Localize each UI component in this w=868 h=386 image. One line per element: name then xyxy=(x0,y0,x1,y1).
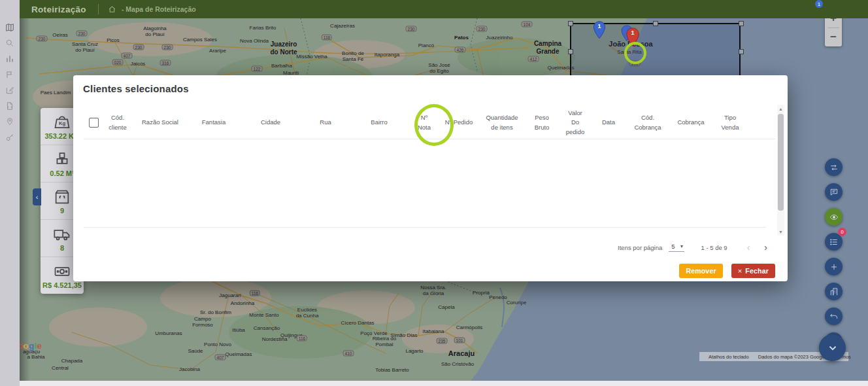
column-header: Data xyxy=(592,118,625,127)
table-header-row: Cód. clienteRazão SocialFantasiaCidadeRu… xyxy=(84,107,767,139)
page-range-label: 1 - 5 de 9 xyxy=(701,244,727,251)
file-icon xyxy=(5,101,14,111)
sidebar-item-key[interactable] xyxy=(0,130,20,145)
scroll-down-icon[interactable]: ▼ xyxy=(778,228,783,236)
selected-clients-dialog: Clientes selecionados Cód. clienteRazão … xyxy=(73,75,788,281)
divider xyxy=(84,227,766,228)
column-header: Bairro xyxy=(349,118,409,127)
collapse-drawer-button[interactable]: ‹ xyxy=(33,188,41,205)
list-badge: 0 xyxy=(838,228,846,236)
selection-handle[interactable] xyxy=(653,21,658,26)
weight-kg-icon: Kg xyxy=(52,113,72,132)
page-bottom-strip xyxy=(20,381,868,386)
eye-icon xyxy=(829,213,839,222)
pin-icon xyxy=(5,117,14,126)
sidebar-item-map[interactable] xyxy=(0,20,20,35)
previous-page-button[interactable]: ‹ xyxy=(747,242,750,253)
fab-plus[interactable] xyxy=(825,258,843,275)
svg-text:Kg: Kg xyxy=(59,120,65,126)
divider xyxy=(84,139,775,139)
selection-handle[interactable] xyxy=(739,21,744,26)
next-page-button[interactable]: › xyxy=(764,242,767,253)
building-icon xyxy=(829,287,839,296)
tools-badge: 1 xyxy=(815,0,823,8)
keyboard-shortcuts-link[interactable]: Atalhos do teclado xyxy=(709,354,749,360)
column-header: Cidade xyxy=(239,118,302,127)
sidebar-item-chart[interactable] xyxy=(0,51,20,67)
expand-actions-button[interactable] xyxy=(819,334,846,361)
top-app-bar: Roteirização - Mapa de Roteirização xyxy=(20,0,868,18)
dialog-title: Clientes selecionados xyxy=(83,83,189,94)
column-header: Valor Do pedido xyxy=(558,109,592,137)
sidebar-item-edit[interactable] xyxy=(0,82,20,98)
scrollbar-thumb[interactable] xyxy=(778,114,784,211)
map-icon xyxy=(5,23,14,32)
close-x-icon: × xyxy=(738,267,743,275)
divider xyxy=(98,4,99,14)
breadcrumb: - Mapa de Roteirização xyxy=(122,5,196,13)
stat-value: 8 xyxy=(60,244,64,252)
selection-handle[interactable] xyxy=(568,21,573,26)
sidebar-item-search[interactable] xyxy=(0,35,20,51)
fab-building[interactable] xyxy=(825,283,843,300)
selection-handle[interactable] xyxy=(568,49,573,54)
clipped-table-row: RIBEIRO xyxy=(139,232,218,236)
sidebar-item-pin[interactable] xyxy=(0,114,20,130)
undo-icon xyxy=(829,312,839,321)
fab-swap-horizontal[interactable] xyxy=(825,158,843,176)
search-icon xyxy=(5,39,14,48)
column-header: Cód. Cobrança xyxy=(625,113,671,132)
stat-value: 9 xyxy=(60,207,64,215)
chevron-down-icon xyxy=(827,342,839,354)
key-icon xyxy=(5,133,14,142)
home-icon[interactable] xyxy=(108,5,116,14)
list-icon xyxy=(829,237,839,247)
column-header: Nº Pedido xyxy=(439,118,478,127)
map-marker-blue[interactable]: 1 xyxy=(593,21,606,39)
column-header: Tipo Venda xyxy=(711,113,749,132)
select-all-checkbox[interactable] xyxy=(84,118,103,128)
items-per-page-label: Itens por página xyxy=(618,244,662,251)
left-icon-sidebar xyxy=(0,0,20,386)
flag-icon xyxy=(5,70,14,79)
map-data-label: Dados do mapa ©2023 Google xyxy=(758,354,826,360)
swap-horizontal-icon xyxy=(829,163,839,172)
items-per-page-select[interactable]: 5▼ xyxy=(669,243,684,252)
chat-icon xyxy=(829,188,839,197)
selection-handle[interactable] xyxy=(739,49,744,54)
drawer-shadow xyxy=(20,18,30,381)
pagination: Itens por página 5▼ 1 - 5 de 9 ‹ › xyxy=(618,240,767,254)
column-header: Cobrança xyxy=(671,118,711,127)
column-header: Peso Bruto xyxy=(526,113,558,132)
column-header: Fantasia xyxy=(188,118,239,127)
plus-icon xyxy=(829,262,839,272)
chart-icon xyxy=(5,54,14,63)
stat-value: R$ 4.521,35 xyxy=(42,281,82,289)
column-header: Quantidade de itens xyxy=(478,113,526,132)
sidebar-item-file[interactable] xyxy=(0,98,20,114)
stat-value: 0.52 M³ xyxy=(50,169,74,177)
column-header: Rua xyxy=(302,118,349,127)
table-scrollbar[interactable]: ▲ ▼ xyxy=(777,105,784,236)
map-marker-red[interactable]: 1 xyxy=(626,27,640,47)
money-icon xyxy=(52,262,72,281)
caret-down-icon: ▼ xyxy=(680,244,684,249)
fab-eye[interactable] xyxy=(825,208,843,226)
cubes-icon xyxy=(52,150,72,169)
sidebar-item-flag[interactable] xyxy=(0,67,20,82)
zoom-out-button[interactable]: − xyxy=(825,28,842,46)
column-header: Razão Social xyxy=(132,118,188,127)
close-button[interactable]: × Fechar xyxy=(731,264,775,278)
edit-icon xyxy=(5,86,14,95)
truck-icon xyxy=(52,225,72,243)
package-icon xyxy=(52,188,72,206)
scroll-up-icon[interactable]: ▲ xyxy=(778,105,783,113)
remove-button[interactable]: Remover xyxy=(679,264,722,278)
column-header: Nº Nota xyxy=(409,113,439,132)
fab-undo[interactable] xyxy=(825,307,843,325)
app-title: Roteirização xyxy=(31,5,86,14)
fab-chat[interactable] xyxy=(825,183,843,201)
column-header: Cód. cliente xyxy=(103,113,132,132)
